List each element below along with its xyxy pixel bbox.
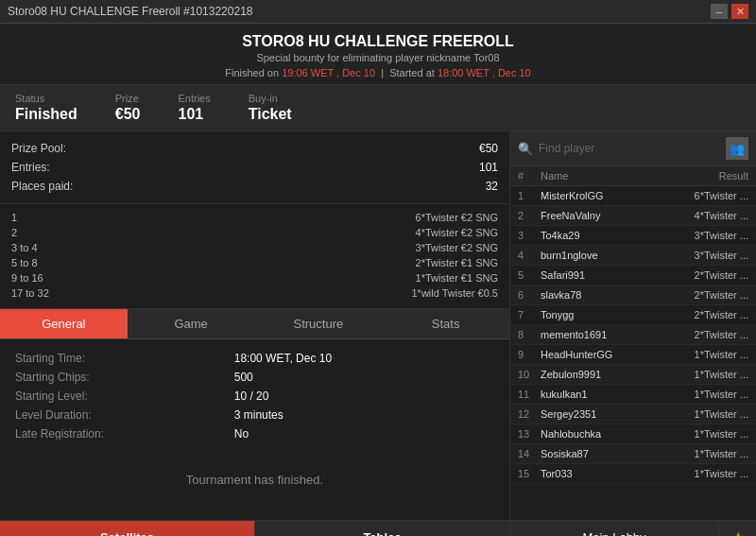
- player-row[interactable]: 4 burn1nglove 3*Twister ...: [510, 246, 756, 266]
- prize-place-row: 3 to 43*Twister €2 SNG: [11, 240, 498, 255]
- player-rank: 14: [518, 448, 541, 459]
- player-name: Zebulon9991: [541, 369, 673, 380]
- player-icon-button[interactable]: 👥: [726, 137, 748, 160]
- player-rank: 5: [518, 269, 541, 281]
- start-time: 18:00 WET , Dec 10: [438, 67, 531, 78]
- player-row[interactable]: 11 kukulkan1 1*Twister ...: [510, 385, 756, 405]
- player-row[interactable]: 13 Nahlobuchka 1*Twister ...: [510, 424, 756, 444]
- player-list-header: # Name Result: [510, 166, 756, 186]
- player-name: slavka78: [541, 289, 673, 301]
- player-result: 2*Twister ...: [673, 329, 748, 340]
- main-lobby-button[interactable]: Main Lobby: [510, 521, 718, 536]
- place-prize: 3*Twister €2 SNG: [416, 242, 498, 253]
- separator: |: [378, 67, 389, 78]
- satellites-button[interactable]: Satellites: [0, 521, 254, 536]
- info-label: Starting Level:: [11, 387, 231, 406]
- player-row[interactable]: 14 Sosiska87 1*Twister ...: [510, 444, 756, 464]
- status-label: Status: [15, 93, 77, 104]
- minimize-button[interactable]: –: [711, 4, 728, 19]
- place-prize: 1*Twister €1 SNG: [416, 272, 498, 284]
- player-row[interactable]: 7 Tonygg 2*Twister ...: [510, 305, 756, 325]
- player-row[interactable]: 8 memento1691 2*Twister ...: [510, 325, 756, 345]
- player-rank: 15: [518, 468, 541, 479]
- tab-content: Starting Time:18:00 WET, Dec 10Starting …: [0, 339, 509, 440]
- player-name: HeadHunterGG: [541, 349, 673, 360]
- entries-label: Entries:: [11, 161, 50, 174]
- started-at-label: Started at: [389, 67, 435, 78]
- player-row[interactable]: 12 Sergey2351 1*Twister ...: [510, 405, 756, 424]
- tab-structure[interactable]: Structure: [255, 309, 383, 338]
- entries-value: 101: [479, 161, 498, 174]
- prize-place-row: 5 to 82*Twister €1 SNG: [11, 255, 498, 270]
- player-name: MisterKrolGG: [541, 190, 673, 201]
- col-name: Name: [541, 170, 673, 182]
- close-button[interactable]: ✕: [731, 4, 748, 19]
- player-row[interactable]: 5 Safari991 2*Twister ...: [510, 266, 756, 285]
- player-result: 4*Twister ...: [673, 210, 748, 221]
- finish-time: 19:06 WET , Dec 10: [282, 67, 375, 78]
- info-row: Level Duration:3 minutes: [11, 406, 498, 424]
- search-icon: 🔍: [518, 142, 533, 156]
- player-name: Safari991: [541, 269, 673, 281]
- status-item-prize: Prize €50: [115, 93, 141, 123]
- info-label: Starting Time:: [11, 349, 231, 368]
- tables-button[interactable]: Tables: [254, 521, 509, 536]
- prize-pool-label: Prize Pool:: [11, 142, 66, 155]
- place-prize: 1*wild Twister €0.5: [411, 287, 498, 299]
- bottom-buttons: Satellites Tables: [0, 520, 509, 536]
- player-result: 1*Twister ...: [673, 428, 748, 440]
- place-range: 9 to 16: [11, 272, 43, 284]
- tab-stats[interactable]: Stats: [382, 309, 509, 338]
- place-range: 17 to 32: [11, 287, 49, 299]
- entries-value: 101: [178, 106, 210, 123]
- status-item-status: Status Finished: [15, 93, 77, 123]
- status-value: Finished: [15, 106, 77, 123]
- player-row[interactable]: 10 Zebulon9991 1*Twister ...: [510, 365, 756, 385]
- player-rank: 13: [518, 428, 541, 440]
- info-label: Level Duration:: [11, 406, 231, 424]
- player-result: 2*Twister ...: [673, 269, 748, 281]
- favorite-button[interactable]: ★: [718, 521, 756, 536]
- status-item-entries: Entries 101: [178, 93, 210, 123]
- search-input[interactable]: [539, 142, 720, 155]
- player-row[interactable]: 3 To4ka29 3*Twister ...: [510, 226, 756, 246]
- prize-label: Prize: [115, 93, 141, 104]
- player-row[interactable]: 2 FreeNaValny 4*Twister ...: [510, 206, 756, 226]
- player-rank: 9: [518, 349, 541, 360]
- player-result: 3*Twister ...: [673, 250, 748, 261]
- info-row: Starting Level:10 / 20: [11, 387, 498, 406]
- player-rank: 10: [518, 369, 541, 380]
- player-row[interactable]: 15 Tor033 1*Twister ...: [510, 464, 756, 484]
- info-value: 18:00 WET, Dec 10: [231, 349, 498, 368]
- prize-value: €50: [115, 106, 141, 123]
- player-row[interactable]: 6 slavka78 2*Twister ...: [510, 285, 756, 305]
- tab-game[interactable]: Game: [128, 309, 255, 338]
- info-row: Starting Time:18:00 WET, Dec 10: [11, 349, 498, 368]
- player-name: Sosiska87: [541, 448, 673, 459]
- player-row[interactable]: 1 MisterKrolGG 6*Twister ...: [510, 186, 756, 206]
- prize-place-row: 24*Twister €2 SNG: [11, 225, 498, 240]
- lobby-btn-row: Main Lobby ★: [510, 520, 756, 536]
- info-row: Starting Chips:500: [11, 368, 498, 387]
- prize-place-row: 17 to 321*wild Twister €0.5: [11, 285, 498, 301]
- header-dates: Finished on 19:06 WET , Dec 10 | Started…: [0, 67, 756, 78]
- player-result: 1*Twister ...: [673, 448, 748, 459]
- player-result: 2*Twister ...: [673, 309, 748, 320]
- player-rank: 6: [518, 289, 541, 301]
- info-value: No: [231, 424, 498, 440]
- finished-on-label: Finished on: [225, 67, 279, 78]
- player-result: 1*Twister ...: [673, 369, 748, 380]
- player-row[interactable]: 9 HeadHunterGG 1*Twister ...: [510, 345, 756, 365]
- header-subtitle: Special bounty for eliminating player ni…: [0, 52, 756, 63]
- main-content: Prize Pool: €50 Entries: 101 Places paid…: [0, 131, 756, 536]
- tab-general[interactable]: General: [0, 309, 128, 338]
- player-result: 1*Twister ...: [673, 408, 748, 420]
- player-list: 1 MisterKrolGG 6*Twister ... 2 FreeNaVal…: [510, 186, 756, 520]
- player-name: memento1691: [541, 329, 673, 340]
- place-prize: 4*Twister €2 SNG: [416, 227, 498, 238]
- status-item-buyin: Buy-in Ticket: [249, 93, 292, 123]
- header-title: STORO8 HU CHALLENGE FREEROLL: [0, 33, 756, 50]
- col-result: Result: [673, 170, 748, 182]
- info-value: 10 / 20: [231, 387, 498, 406]
- place-prize: 2*Twister €1 SNG: [416, 257, 498, 268]
